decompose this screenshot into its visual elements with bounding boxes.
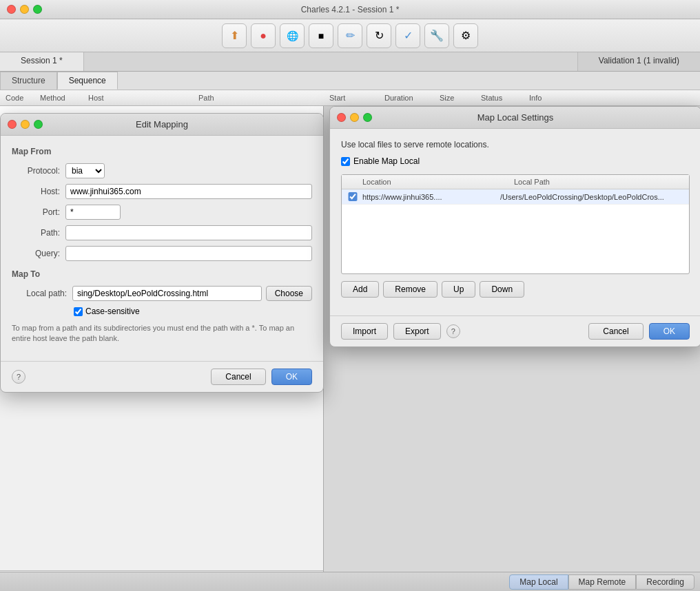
add-button[interactable]: Add — [341, 281, 379, 298]
mld-close-button[interactable] — [337, 113, 346, 122]
host-input[interactable] — [65, 184, 312, 199]
dialog-max-button[interactable] — [34, 120, 43, 129]
port-input[interactable] — [65, 205, 121, 220]
local-path-input[interactable] — [72, 286, 262, 301]
port-row: Port: — [12, 205, 312, 220]
case-sensitive-label: Case-sensitive — [85, 307, 140, 316]
status-bar: Map Local Map Remote Recording — [0, 572, 700, 591]
map-local-title-bar: Map Local Settings — [330, 107, 700, 129]
session-tab-1[interactable]: Session 1 * — [0, 52, 84, 71]
session-tab-validation[interactable]: Validation 1 (1 invalid) — [577, 52, 700, 71]
edit-mapping-body: Map From Protocol: bia http https Host: … — [1, 136, 323, 361]
table-row-1[interactable]: https://www.jinhui365.... /Users/LeoPold… — [342, 189, 689, 205]
host-label: Host: — [12, 187, 60, 196]
maximize-button[interactable] — [33, 5, 42, 14]
table-empty-space — [342, 205, 689, 273]
help-button[interactable]: ? — [12, 370, 25, 384]
host-row: Host: — [12, 184, 312, 199]
tab-structure[interactable]: Structure — [0, 72, 57, 90]
tools-button[interactable]: 🔧 — [424, 23, 449, 48]
map-local-footer: Import Export ? Cancel OK — [330, 315, 700, 346]
col-duration: Duration — [379, 92, 434, 103]
title-bar: Charles 4.2.1 - Session 1 * — [0, 0, 700, 19]
toolbar: ⬆ ● 🌐 ■ ✏ ↻ ✓ 🔧 ⚙ — [0, 19, 700, 52]
settings-button[interactable]: ⚙ — [453, 23, 478, 48]
col-start: Start — [324, 92, 379, 103]
row-1-local-path: /Users/LeoPoldCrossing/Desktop/LeoPoldCr… — [500, 193, 683, 201]
map-to-label: Map To — [12, 269, 312, 279]
case-sensitive-row: Case-sensitive — [74, 307, 312, 316]
remove-button[interactable]: Remove — [383, 281, 438, 298]
mld-cancel-button[interactable]: Cancel — [588, 323, 643, 340]
col-status: Status — [475, 92, 524, 103]
protocol-select[interactable]: bia http https — [65, 163, 105, 178]
down-button[interactable]: Down — [480, 281, 524, 298]
table-action-buttons: Add Remove Up Down — [341, 281, 690, 298]
up-button[interactable]: Up — [442, 281, 475, 298]
left-panel: Filter: Edit Mapping Map From Protocol: … — [0, 106, 324, 590]
location-header: Location — [362, 178, 514, 186]
footer-right-buttons: Cancel OK — [588, 323, 690, 340]
mld-window-controls — [337, 113, 372, 122]
stop-button[interactable]: ■ — [309, 23, 333, 48]
map-local-status-button[interactable]: Map Local — [509, 574, 568, 590]
col-size: Size — [434, 92, 475, 103]
row-1-checkbox[interactable] — [347, 192, 358, 201]
refresh-button[interactable]: ↻ — [367, 23, 391, 48]
dialog-window-controls — [8, 120, 43, 129]
main-area: Filter: Edit Mapping Map From Protocol: … — [0, 106, 700, 590]
query-input[interactable] — [65, 246, 312, 261]
tab-sequence[interactable]: Sequence — [57, 72, 118, 90]
import-button[interactable]: Import — [341, 323, 388, 340]
dialog-min-button[interactable] — [21, 120, 30, 129]
mld-ok-button[interactable]: OK — [649, 323, 690, 340]
pointer-tool[interactable]: ⬆ — [222, 23, 247, 48]
section-divider: Map To — [12, 269, 312, 279]
col-info: Info — [524, 92, 700, 103]
query-row: Query: — [12, 246, 312, 261]
col-path: Path — [193, 92, 324, 103]
close-button[interactable] — [7, 5, 16, 14]
mld-max-button[interactable] — [363, 113, 372, 122]
view-tabs-row: Structure Sequence — [0, 72, 700, 90]
mld-min-button[interactable] — [350, 113, 359, 122]
port-label: Port: — [12, 207, 60, 217]
col-host: Host — [83, 92, 193, 103]
local-path-label: Local path: — [12, 289, 67, 298]
footer-left: ? — [12, 370, 25, 384]
dialog-close-button[interactable] — [8, 120, 17, 129]
edit-mapping-title: Edit Mapping — [136, 119, 188, 129]
edit-mapping-footer: ? Cancel OK — [1, 361, 323, 392]
minimize-button[interactable] — [20, 5, 29, 14]
recording-status-button[interactable]: Recording — [636, 574, 694, 590]
map-local-description: Use local files to serve remote location… — [341, 140, 690, 149]
throttle-button[interactable]: 🌐 — [280, 23, 305, 48]
path-label: Path: — [12, 228, 60, 238]
map-local-settings-dialog: Map Local Settings Use local files to se… — [329, 106, 700, 347]
case-sensitive-checkbox[interactable] — [74, 307, 83, 316]
enable-map-local-row: Enable Map Local — [341, 156, 690, 166]
col-method: Method — [34, 92, 83, 103]
cancel-button[interactable]: Cancel — [211, 369, 265, 385]
record-button[interactable]: ● — [251, 23, 276, 48]
mld-help-button[interactable]: ? — [446, 324, 460, 338]
check-button[interactable]: ✓ — [395, 23, 420, 48]
map-local-title: Map Local Settings — [477, 112, 554, 123]
edit-button[interactable]: ✏ — [338, 23, 362, 48]
app-title: Charles 4.2.1 - Session 1 * — [301, 5, 400, 14]
enable-map-local-label: Enable Map Local — [353, 156, 420, 166]
path-input[interactable] — [65, 225, 312, 240]
local-path-header: Local Path — [514, 178, 683, 186]
path-row: Path: — [12, 225, 312, 240]
export-button[interactable]: Export — [393, 323, 441, 340]
window-controls — [7, 5, 42, 14]
session-tabs: Session 1 * Validation 1 (1 invalid) — [0, 52, 700, 72]
choose-button[interactable]: Choose — [266, 286, 312, 301]
map-local-table: Location Local Path https://www.jinhui36… — [341, 174, 690, 274]
col-code: Code — [0, 92, 34, 103]
map-remote-status-button[interactable]: Map Remote — [568, 574, 637, 590]
row-1-location: https://www.jinhui365.... — [362, 193, 500, 201]
ok-button[interactable]: OK — [271, 369, 312, 385]
edit-mapping-dialog: Edit Mapping Map From Protocol: bia http… — [0, 113, 324, 393]
enable-map-local-checkbox[interactable] — [341, 157, 350, 166]
